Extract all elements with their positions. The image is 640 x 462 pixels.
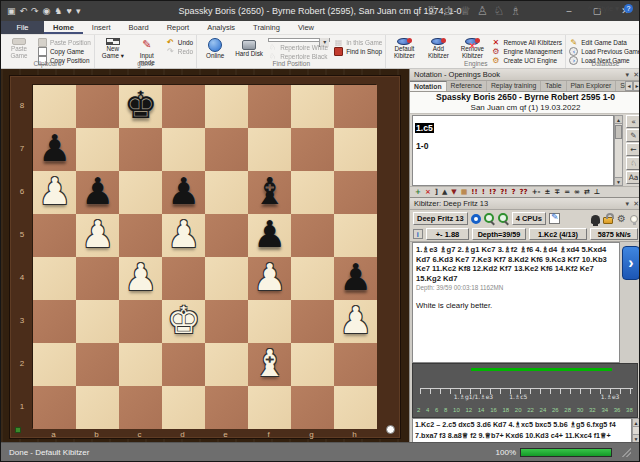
tab-file[interactable]: File [1,21,44,34]
info-icon[interactable]: i [413,229,423,239]
square-c5[interactable] [119,214,162,257]
remove-kibitzer-button[interactable]: Remove Kibitzer [457,37,487,60]
annotation-[interactable]: ∞ [574,187,580,197]
move-list[interactable]: 1.c51-0 [412,115,614,186]
square-e3[interactable] [205,300,248,343]
gear-icon[interactable]: ⚙ [616,213,627,224]
square-a3[interactable] [33,300,76,343]
move-selected[interactable]: 1.c5 [415,123,434,133]
square-e5[interactable] [205,214,248,257]
square-c1[interactable] [119,386,162,429]
lightbulb-icon[interactable] [630,215,638,223]
scroll-up-icon[interactable]: ▲ [633,419,639,427]
square-h8[interactable] [334,85,377,128]
panel-collapse-icon[interactable]: ▾ [626,198,630,210]
panel-close-icon[interactable]: ✕ [633,69,639,81]
square-e1[interactable] [205,386,248,429]
variation-scrollbar[interactable]: ▲ ▼ [632,418,640,443]
annotation-[interactable]: ] [435,187,438,197]
notation-scrollbar[interactable]: ▲ ▼ [614,115,623,186]
square-b4[interactable] [76,257,119,300]
square-d1[interactable] [162,386,205,429]
square-h7[interactable] [334,128,377,171]
annotate-icon[interactable]: ✎ [626,129,640,142]
customize-icon[interactable]: ▾ [76,6,81,16]
kibitzer-panel-header[interactable]: Kibitzer: Deep Fritz 13 ▾ ✕ [410,198,640,210]
annotation-[interactable]: ▼ [451,187,456,197]
annotation-[interactable]: ?! [500,187,507,197]
square-e6[interactable] [205,171,248,214]
window-icon[interactable]: ▣ [7,6,16,16]
square-e7[interactable] [205,128,248,171]
annotation-[interactable]: ? [511,187,515,197]
tab-insert[interactable]: Insert [83,21,120,34]
square-g5[interactable] [291,214,334,257]
load-previous-game-button[interactable]: ‹Load Previous Game [569,47,640,55]
white-pawn[interactable]: ♟ [33,171,76,214]
tab-report[interactable]: Report [158,21,199,34]
annotation-[interactable]: ▲ [442,187,447,197]
help-icon[interactable]: ? [624,4,633,13]
redo-icon[interactable]: ↷ [31,6,39,16]
tab-plan-explorer[interactable]: Plan Explorer [567,81,617,91]
square-a4[interactable] [33,257,76,300]
resize-grip[interactable] [622,448,631,457]
white-pawn[interactable]: ♟ [119,257,162,300]
annotation-[interactable]: ⇄ [584,187,590,197]
tab-table[interactable]: Table [541,81,566,91]
tab-training[interactable]: Training [244,21,289,34]
square-b7[interactable] [76,128,119,171]
scrollbar-thumb[interactable] [615,125,622,139]
panel-collapse-icon[interactable]: ▾ [626,69,630,81]
notation-panel-header[interactable]: Notation - Openings Book ▾ ✕ [410,69,640,81]
tab-scroll-right-icon[interactable]: ▸ [633,81,640,91]
annotation-[interactable]: = [564,187,570,197]
square-h1[interactable] [334,386,377,429]
remove-all-kibitzers-button[interactable]: ✕Remove All Kibitzers [491,38,562,46]
black-pawn[interactable]: ♟ [76,171,119,214]
annotation-[interactable]: +- [532,187,541,197]
square-a5[interactable] [33,214,76,257]
square-d7[interactable] [162,128,205,171]
tab-analysis[interactable]: Analysis [198,21,244,34]
square-f8[interactable] [248,85,291,128]
black-bishop[interactable]: ♝ [248,171,291,214]
annotation-[interactable]: ! [482,187,485,197]
annotation-[interactable]: ▦ [461,187,468,197]
engine-icon[interactable]: ◉ [43,6,51,16]
square-e4[interactable] [205,257,248,300]
zoom-out-icon[interactable] [498,213,509,224]
black-pawn[interactable]: ♟ [248,214,291,257]
next-best-move-button[interactable]: › [622,246,640,280]
square-g4[interactable] [291,257,334,300]
hard-disk-button[interactable]: Hard Disk [234,37,264,60]
square-f3[interactable] [248,300,291,343]
move[interactable]: 1-0 [415,141,429,151]
square-a2[interactable] [33,343,76,386]
black-pawn[interactable]: ♟ [33,128,76,171]
square-b3[interactable] [76,300,119,343]
square-f7[interactable] [248,128,291,171]
square-h6[interactable] [334,171,377,214]
bell-icon[interactable] [591,215,600,224]
cpu-count-button[interactable]: 4 CPUs [512,212,546,225]
square-g3[interactable] [291,300,334,343]
square-a1[interactable] [33,386,76,429]
style-dropdown[interactable]: Style ▾ [596,4,619,13]
edit-game-data-button[interactable]: ✎Edit Game Data [569,38,640,46]
square-b2[interactable] [76,343,119,386]
black-king[interactable]: ♚ [119,85,162,128]
takeback-icon[interactable]: « [626,115,640,128]
chess-board[interactable]: ♚♟♟♟♟♝♟♟♟♟♟♟♚♟♝ [32,84,376,428]
tab-scroll-left-icon[interactable]: ◂ [625,81,633,91]
font-size-icon[interactable]: Aa [626,171,640,184]
square-d2[interactable] [162,343,205,386]
square-c7[interactable] [119,128,162,171]
tab-notation[interactable]: Notation [410,81,447,91]
annotation-[interactable]: !! [471,187,477,197]
online-button[interactable]: Online [200,37,230,60]
position-search-combobox[interactable] [268,38,330,42]
square-b8[interactable] [76,85,119,128]
square-g2[interactable] [291,343,334,386]
add-kibitzer-button[interactable]: Add Kibitzer [423,37,453,60]
